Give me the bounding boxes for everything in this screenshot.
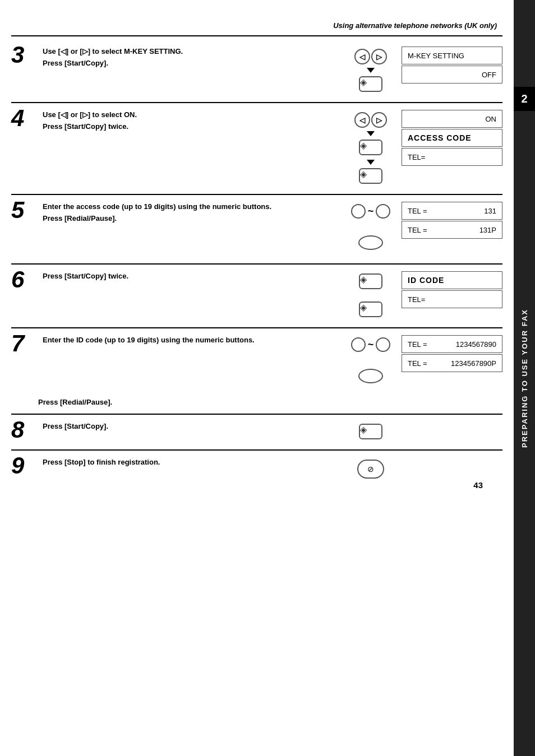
display-access-code: ACCESS CODE	[402, 129, 502, 147]
step-4-display: ON ACCESS CODE TEL=	[402, 110, 502, 167]
step-7-redial-icon	[358, 365, 383, 387]
stop-circle-icon: ⊘	[367, 465, 374, 474]
step-5-text: Enter the access code (up to 19 digits) …	[43, 202, 340, 212]
step-4-start1: ◈	[359, 140, 382, 155]
chapter-number: 2	[514, 87, 535, 111]
numeric-buttons-icon: ~	[351, 204, 391, 219]
step-5-left: 5 Enter the access code (up to 19 digits…	[11, 202, 340, 222]
step-4-diamond1: ◈	[360, 141, 367, 150]
step-7-circle-left	[351, 337, 366, 352]
step-7-display: TEL =1234567890 TEL =1234567890P	[402, 335, 502, 373]
step-5-icons: ~	[340, 202, 402, 256]
display-tel-131: TEL =131	[402, 202, 502, 220]
sep-6-7	[11, 327, 502, 328]
step-8-start: ◈	[359, 424, 382, 439]
step-4-arrow-down2	[367, 160, 375, 165]
step-4-arrow-down	[367, 131, 375, 136]
step-7-numeric-icon: ~	[351, 337, 391, 352]
step-5-subtext: Press [Redial/Pause].	[43, 214, 340, 222]
step-3-display: M-KEY SETTING OFF	[402, 47, 502, 85]
sep-3-4	[11, 102, 502, 103]
step-4-right-arrow: ▷	[371, 112, 387, 128]
step-4-left-arrow: ◁	[354, 112, 370, 128]
step-6-start1: ◈	[359, 273, 382, 289]
sep-4-5	[11, 194, 502, 195]
step-9-block: 9 Press [Stop] to finish registration. ⊘	[11, 457, 502, 481]
step-8-number: 8	[11, 418, 38, 442]
right-arrow-icon: ▷	[371, 49, 387, 64]
step-6-diamond1: ◈	[360, 275, 367, 284]
stop-button-icon: ⊘	[357, 460, 384, 479]
page-header: Using alternative telephone networks (UK…	[11, 11, 502, 36]
step-8-text: Press [Start/Copy].	[43, 421, 340, 432]
step-3-icons: ◁ ▷ ◈	[340, 47, 402, 94]
arrow-down-icon	[367, 68, 375, 73]
step-7-left: 7 Enter the ID code (up to 19 digits) us…	[11, 335, 340, 355]
step-3-block: 3 Use [◁] or [▷] to select M-KEY SETTING…	[11, 47, 502, 94]
step-5-display: TEL =131 TEL =131P	[402, 202, 502, 240]
tilde-icon: ~	[368, 204, 374, 219]
oval-redial	[358, 235, 383, 250]
left-arrow-icon: ◁	[354, 49, 370, 64]
step-4-block: 4 Use [◁] or [▷] to select ON. Press [St…	[11, 110, 502, 186]
step-4-subtext: Press [Start/Copy] twice.	[43, 122, 340, 131]
sidebar: PREPARING TO USE YOUR FAX	[514, 0, 535, 756]
step-6-diamond2: ◈	[360, 303, 367, 312]
display-off: OFF	[402, 66, 502, 84]
step-7-text: Enter the ID code (up to 19 digits) usin…	[43, 335, 340, 345]
redial-pause-label: Press [Redial/Pause].	[11, 397, 502, 407]
step-6-left: 6 Press [Start/Copy] twice.	[11, 271, 340, 291]
display-tel-1234567890p: TEL =1234567890P	[402, 354, 502, 372]
step-7-block: 7 Enter the ID code (up to 19 digits) us…	[11, 335, 502, 389]
sidebar-label: PREPARING TO USE YOUR FAX	[520, 309, 529, 448]
step-6-content: Press [Start/Copy] twice.	[38, 271, 340, 281]
sep-7-8	[11, 414, 502, 415]
step-5-content: Enter the access code (up to 19 digits) …	[38, 202, 340, 222]
step-6-text: Press [Start/Copy] twice.	[43, 271, 340, 281]
page-number: 43	[473, 480, 483, 490]
sep-5-6	[11, 263, 502, 265]
step-7-content: Enter the ID code (up to 19 digits) usin…	[38, 335, 340, 345]
step-7-number: 7	[11, 332, 38, 355]
main-content: Using alternative telephone networks (UK…	[0, 0, 514, 500]
step-4-number: 4	[11, 106, 38, 130]
header-title: Using alternative telephone networks (UK…	[333, 21, 497, 30]
step-4-content: Use [◁] or [▷] to select ON. Press [Star…	[38, 110, 340, 131]
redial-icon	[358, 232, 383, 253]
step-7-circle-right	[376, 337, 390, 352]
step-6-icons: ◈ ◈	[340, 271, 402, 319]
step-9-icons: ⊘	[340, 457, 402, 481]
step-3-text: Use [◁] or [▷] to select M-KEY SETTING.	[43, 47, 340, 57]
display-id-code: ID CODE	[402, 271, 502, 289]
step-6-display: ID CODE TEL=	[402, 271, 502, 309]
page-container: PREPARING TO USE YOUR FAX 2 Using altern…	[0, 0, 535, 756]
step-9-number: 9	[11, 454, 38, 477]
step-7-oval	[358, 369, 383, 383]
step-3-subtext: Press [Start/Copy].	[43, 59, 340, 67]
display-tel-1234567890: TEL =1234567890	[402, 335, 502, 353]
sep-8-9	[11, 449, 502, 451]
step-4-text: Use [◁] or [▷] to select ON.	[43, 110, 340, 120]
step-6-block: 6 Press [Start/Copy] twice. ◈ ◈ ID	[11, 271, 502, 319]
step-3-left: 3 Use [◁] or [▷] to select M-KEY SETTING…	[11, 47, 340, 67]
display-on: ON	[402, 110, 502, 128]
step-5-block: 5 Enter the access code (up to 19 digits…	[11, 202, 502, 256]
step-6-start2: ◈	[359, 302, 382, 317]
step-4-left: 4 Use [◁] or [▷] to select ON. Press [St…	[11, 110, 340, 131]
display-tel-empty: TEL=	[402, 148, 502, 166]
step-4-diamond2: ◈	[360, 169, 367, 179]
step-4-icons: ◁ ▷ ◈ ◈	[340, 110, 402, 186]
step-6-number: 6	[11, 268, 38, 291]
step-3-number: 3	[11, 43, 38, 67]
step-9-left: 9 Press [Stop] to finish registration.	[11, 457, 340, 477]
start-copy-button-icon: ◈	[359, 76, 382, 92]
display-tel-empty2: TEL=	[402, 290, 502, 308]
num-circle-left	[351, 204, 366, 219]
step-8-block: 8 Press [Start/Copy]. ◈	[11, 421, 502, 442]
num-circle-right	[376, 204, 390, 219]
display-tel-131p: TEL =131P	[402, 221, 502, 239]
nav-arrows-icon: ◁ ▷	[354, 49, 387, 64]
step-8-icons: ◈	[340, 421, 402, 442]
step-8-diamond: ◈	[360, 425, 367, 434]
step-8-left: 8 Press [Start/Copy].	[11, 421, 340, 442]
